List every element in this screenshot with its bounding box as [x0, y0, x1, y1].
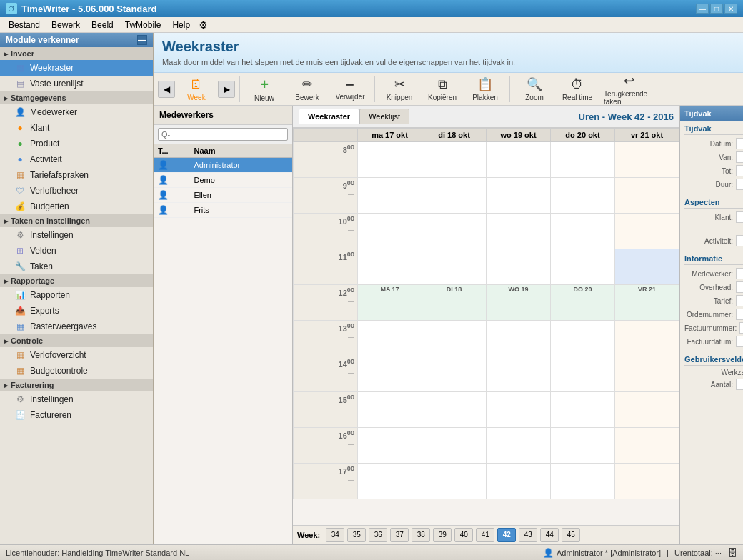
- cell-thu-13[interactable]: [551, 321, 615, 356]
- sidebar-item-tariefafspraken[interactable]: ▦ Tariefafspraken: [0, 167, 153, 183]
- sidebar-item-vasteurenlijst[interactable]: ▤ Vaste urenlijst: [0, 76, 153, 91]
- cell-tue-14[interactable]: [422, 356, 487, 392]
- cell-wed-16[interactable]: [487, 428, 551, 464]
- week-btn-38[interactable]: 38: [412, 528, 430, 542]
- tab-weeklijst[interactable]: Weeklijst: [359, 109, 409, 124]
- sidebar-item-instellingen-taken[interactable]: ⚙ Instellingen: [0, 227, 153, 243]
- sidebar-item-verlofbeheer[interactable]: 🛡 Verlofbeheer: [0, 183, 153, 199]
- cell-fri-14[interactable]: [615, 356, 679, 392]
- sidebar-item-exports[interactable]: 📤 Exports: [0, 303, 153, 319]
- week-btn-44[interactable]: 44: [540, 528, 559, 542]
- week-grid-container[interactable]: ma 17 okt di 18 okt wo 19 okt do 20 okt …: [293, 128, 679, 525]
- week-btn-35[interactable]: 35: [347, 528, 366, 542]
- edit-button[interactable]: ✏ Bewerk: [287, 75, 327, 104]
- cell-thu-12[interactable]: DO 20: [551, 285, 615, 321]
- copy-button[interactable]: ⧉ Kopiëren: [422, 75, 462, 104]
- maximize-button[interactable]: □: [710, 4, 723, 14]
- cell-thu-11[interactable]: [551, 249, 615, 285]
- cell-mon-16[interactable]: [358, 428, 422, 464]
- employee-row[interactable]: 👤 Ellen: [154, 188, 292, 203]
- cell-tue-17[interactable]: [422, 464, 487, 499]
- menu-bewerk[interactable]: Bewerk: [46, 19, 86, 31]
- factuurdatum-value[interactable]: [736, 336, 743, 347]
- sidebar-item-taken[interactable]: 🔧 Taken: [0, 259, 153, 274]
- cell-mon-11[interactable]: [358, 249, 422, 285]
- cell-wed-15[interactable]: [487, 392, 551, 428]
- cell-wed-8[interactable]: [487, 142, 551, 178]
- van-value[interactable]: [736, 151, 743, 163]
- zoom-button[interactable]: 🔍 Zoom: [514, 75, 554, 104]
- cell-wed-17[interactable]: [487, 464, 551, 499]
- cut-button[interactable]: ✂ Knippen: [379, 75, 419, 104]
- week-btn-43[interactable]: 43: [519, 528, 537, 542]
- settings-gear-icon[interactable]: ⚙: [199, 19, 208, 31]
- cell-mon-9[interactable]: [358, 178, 422, 214]
- delete-button[interactable]: ━ Verwijder: [330, 75, 370, 104]
- factuurnummer-value[interactable]: [739, 322, 743, 334]
- tot-value[interactable]: [736, 165, 743, 176]
- cell-mon-14[interactable]: [358, 356, 422, 392]
- cell-thu-10[interactable]: [551, 214, 615, 249]
- menu-bestand[interactable]: Bestand: [3, 19, 46, 31]
- employee-row[interactable]: 👤 Demo: [154, 173, 292, 188]
- sidebar-item-product[interactable]: ● Product: [0, 136, 153, 151]
- menu-help[interactable]: Help: [166, 19, 196, 31]
- menu-beeld[interactable]: Beeld: [86, 19, 119, 31]
- cell-thu-15[interactable]: [551, 392, 615, 428]
- cell-wed-9[interactable]: [487, 178, 551, 214]
- cell-tue-16[interactable]: [422, 428, 487, 464]
- sidebar-section-controle[interactable]: Controle: [0, 334, 153, 347]
- new-button[interactable]: + Nieuw: [244, 75, 284, 104]
- week-btn-39[interactable]: 39: [433, 528, 452, 542]
- ordernummer-value[interactable]: [736, 309, 743, 320]
- cell-fri-10[interactable]: [615, 214, 679, 249]
- aantal-value[interactable]: [736, 379, 743, 390]
- cell-tue-11[interactable]: [422, 249, 487, 285]
- cell-fri-17[interactable]: [615, 464, 679, 499]
- cell-wed-11[interactable]: [487, 249, 551, 285]
- week-button[interactable]: 🗓 Week: [176, 75, 216, 104]
- week-btn-40[interactable]: 40: [454, 528, 473, 542]
- sidebar-item-budgetten[interactable]: 💰 Budgetten: [0, 199, 153, 214]
- medewerker-value[interactable]: [736, 268, 743, 279]
- cell-wed-10[interactable]: [487, 214, 551, 249]
- duur-value[interactable]: [736, 179, 743, 190]
- cell-mon-10[interactable]: [358, 214, 422, 249]
- cell-thu-9[interactable]: [551, 178, 615, 214]
- sidebar-item-medewerker[interactable]: 👤 Medewerker: [0, 104, 153, 120]
- klant-value[interactable]: [736, 211, 743, 223]
- week-btn-37[interactable]: 37: [390, 528, 409, 542]
- sidebar-section-invoer[interactable]: Invoer: [0, 47, 153, 60]
- close-button[interactable]: ✕: [724, 4, 737, 14]
- datum-value[interactable]: [736, 138, 743, 149]
- sidebar-item-budgetcontrole[interactable]: ▦ Budgetcontrole: [0, 363, 153, 379]
- sidebar-item-factureren[interactable]: 🧾 Factureren: [0, 407, 153, 423]
- cell-tue-12[interactable]: DI 18: [422, 285, 487, 321]
- cell-mon-17[interactable]: [358, 464, 422, 499]
- sidebar-section-stamgegevens[interactable]: Stamgegevens: [0, 91, 153, 104]
- realtime-button[interactable]: ⏱ Real time: [557, 75, 597, 104]
- sidebar-section-taken[interactable]: Taken en instellingen: [0, 214, 153, 227]
- cell-fri-11[interactable]: [615, 249, 679, 285]
- cell-thu-17[interactable]: [551, 464, 615, 499]
- sidebar-section-rapportage[interactable]: Rapportage: [0, 274, 153, 287]
- sidebar-item-instellingen-fact[interactable]: ⚙ Instellingen: [0, 391, 153, 407]
- week-btn-34[interactable]: 34: [326, 528, 344, 542]
- week-btn-42[interactable]: 42: [497, 528, 516, 542]
- employee-row[interactable]: 👤 Frits: [154, 203, 292, 218]
- cell-tue-13[interactable]: [422, 321, 487, 356]
- week-btn-41[interactable]: 41: [476, 528, 494, 542]
- recurring-button[interactable]: ↩ Terugkerende taken: [600, 75, 657, 104]
- week-btn-45[interactable]: 45: [562, 528, 580, 542]
- nav-back-button[interactable]: ◀: [158, 81, 175, 98]
- tab-weekraster[interactable]: Weekraster: [299, 109, 359, 124]
- cell-wed-13[interactable]: [487, 321, 551, 356]
- employees-search-input[interactable]: [158, 128, 288, 141]
- cell-thu-16[interactable]: [551, 428, 615, 464]
- employee-row[interactable]: 👤 Administrator: [154, 158, 292, 173]
- sidebar-item-velden[interactable]: ⊞ Velden: [0, 243, 153, 259]
- paste-button[interactable]: 📋 Plakken: [465, 75, 505, 104]
- overhead-value[interactable]: [736, 281, 743, 293]
- cell-mon-15[interactable]: [358, 392, 422, 428]
- menu-twmobile[interactable]: TwMobile: [119, 19, 167, 31]
